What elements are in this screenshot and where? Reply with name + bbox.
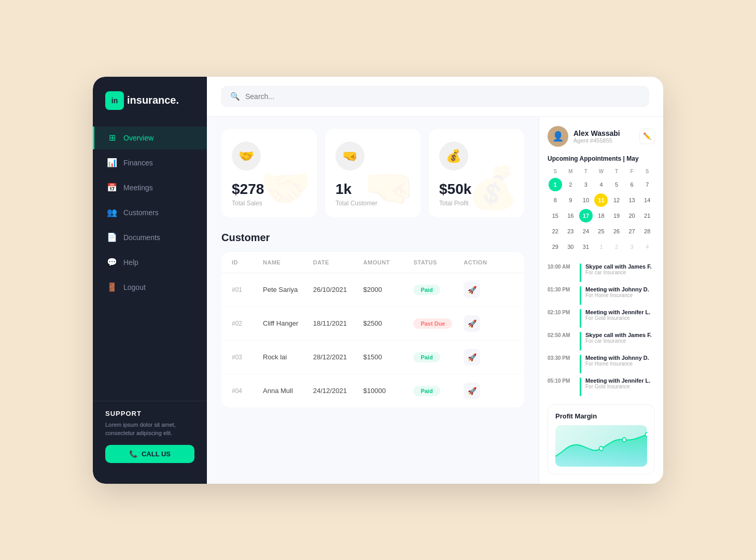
sidebar-item-help[interactable]: 💬 Help <box>93 251 207 274</box>
calendar-day[interactable]: 1 <box>594 240 608 254</box>
appt-title: Meeting with Jennifer L. <box>585 377 650 384</box>
customers-bg-icon: 🤜 <box>363 163 415 212</box>
calendar-day[interactable]: 31 <box>579 240 593 254</box>
finances-icon: 📊 <box>107 158 117 168</box>
sidebar-item-finances[interactable]: 📊 Finances <box>93 151 207 174</box>
calendar-day[interactable]: 6 <box>625 178 639 191</box>
search-box[interactable]: 🔍 <box>221 86 649 107</box>
calendar-day[interactable]: 15 <box>549 209 562 222</box>
calendar-day[interactable]: 9 <box>564 193 577 207</box>
row-id: #02 <box>232 320 263 327</box>
appointment-item: 05:10 PM Meeting with Jennifer L. For Go… <box>548 377 655 396</box>
sidebar-item-label: Finances <box>123 159 153 167</box>
sidebar-item-label: Customers <box>123 208 159 217</box>
profit-chart <box>555 425 647 467</box>
sidebar-item-overview[interactable]: ⊞ Overview <box>93 127 207 149</box>
calendar-day[interactable]: 16 <box>564 209 577 222</box>
day-m: M <box>563 167 579 175</box>
calendar-day[interactable]: 24 <box>579 225 593 238</box>
status-badge: Paid <box>413 285 440 295</box>
calendar-day[interactable]: 11 <box>594 193 608 207</box>
appointment-item: 10:00 AM Skype call with James F. For ca… <box>548 263 655 282</box>
action-button[interactable]: 🚀 <box>464 315 480 332</box>
table-row: #01 Pete Sariya 26/10/2021 $2000 Paid 🚀 <box>221 273 524 307</box>
calendar-day[interactable]: 5 <box>610 178 623 191</box>
calendar-day[interactable]: 25 <box>594 225 608 238</box>
row-name: Pete Sariya <box>263 286 313 293</box>
header-id: ID <box>232 259 263 265</box>
svg-point-2 <box>645 432 647 437</box>
calendar-day[interactable]: 14 <box>640 193 654 207</box>
calendar-day[interactable]: 12 <box>610 193 623 207</box>
header-date: DATE <box>313 259 363 265</box>
calendar-day[interactable]: 19 <box>610 209 623 222</box>
calendar-day[interactable]: 4 <box>594 178 608 191</box>
stat-card-customers: 🤜 1k Total Customer 🤜 <box>325 129 421 217</box>
row-date: 24/12/2021 <box>313 387 363 395</box>
calendar-day[interactable]: 27 <box>625 225 639 238</box>
row-status: Paid <box>413 352 464 362</box>
call-us-button[interactable]: 📞 CALL US <box>105 445 194 463</box>
appt-subtitle: For Gold Insurance <box>585 315 650 321</box>
appt-time: 01:30 PM <box>548 286 576 292</box>
calendar-day[interactable]: 29 <box>549 240 562 254</box>
top-bar: 🔍 <box>207 77 663 117</box>
profit-margin-card: Profit Margin <box>548 404 655 474</box>
calendar-day[interactable]: 1 <box>549 178 562 191</box>
support-title: SUPPORT <box>105 410 194 417</box>
appt-details: Skype call with James F. For car Insuran… <box>585 263 652 275</box>
calendar-day[interactable]: 3 <box>579 178 593 191</box>
stat-card-sales: 🤝 $278 Total Sales 🤝 <box>221 129 317 217</box>
appt-subtitle: For Gold Insurance <box>585 384 650 389</box>
calendar-section: Upcoming Appointments | May S M T W T F … <box>548 155 655 255</box>
calendar-day[interactable]: 23 <box>564 225 577 238</box>
sidebar-item-label: Help <box>123 258 138 267</box>
row-status: Paid <box>413 386 464 396</box>
sidebar-item-logout[interactable]: 🚪 Logout <box>93 276 207 299</box>
logo-text: insurance. <box>127 94 179 106</box>
edit-profile-button[interactable]: ✏️ <box>639 129 655 144</box>
row-status: Paid <box>413 285 464 295</box>
sidebar-item-meetings[interactable]: 📅 Meetings <box>93 176 207 199</box>
calendar-day[interactable]: 4 <box>640 240 654 254</box>
logo-area: in insurance. <box>93 91 207 127</box>
calendar-day[interactable]: 2 <box>564 178 577 191</box>
calendar-day[interactable]: 28 <box>640 225 654 238</box>
calendar-day[interactable]: 22 <box>549 225 562 238</box>
search-input[interactable] <box>245 92 640 101</box>
right-sidebar: 👤 Alex Wassabi Agent #455855 ✏️ Upcoming… <box>539 117 663 484</box>
appt-time: 05:10 PM <box>548 377 576 384</box>
appt-title: Meeting with Johnny D. <box>585 286 649 292</box>
action-button[interactable]: 🚀 <box>464 349 480 366</box>
row-id: #01 <box>232 286 263 293</box>
profit-bg-icon: 💰 <box>467 163 519 212</box>
appt-title: Skype call with James F. <box>585 263 652 270</box>
calendar-day[interactable]: 13 <box>625 193 639 207</box>
support-text: Lorem ipsum dolor sit amet, consectetur … <box>105 421 194 438</box>
calendar-day[interactable]: 21 <box>640 209 654 222</box>
calendar-day[interactable]: 8 <box>549 193 562 207</box>
sidebar-item-customers[interactable]: 👥 Customers <box>93 201 207 224</box>
table-row: #02 Cliff Hanger 18/11/2021 $2500 Past D… <box>221 307 524 341</box>
appt-details: Meeting with Johnny D. For Home Insuranc… <box>585 286 649 298</box>
content-area: 🤝 $278 Total Sales 🤝 🤜 1k Total Customer… <box>207 117 663 484</box>
calendar-day[interactable]: 10 <box>579 193 593 207</box>
row-amount: $2500 <box>363 319 414 327</box>
appointment-item: 02:10 PM Meeting with Jennifer L. For Go… <box>548 309 655 328</box>
customers-icon: 👥 <box>107 207 117 218</box>
calendar-day[interactable]: 26 <box>610 225 623 238</box>
appt-details: Meeting with Jennifer L. For Gold Insura… <box>585 377 650 389</box>
calendar-day[interactable]: 3 <box>625 240 639 254</box>
calendar-day[interactable]: 7 <box>640 178 654 191</box>
calendar-day[interactable]: 20 <box>625 209 639 222</box>
action-button[interactable]: 🚀 <box>464 383 480 399</box>
calendar-day[interactable]: 17 <box>579 209 593 222</box>
calendar-day[interactable]: 18 <box>594 209 608 222</box>
sidebar-item-label: Overview <box>123 134 153 142</box>
row-action: 🚀 <box>464 282 514 298</box>
calendar-day[interactable]: 30 <box>564 240 577 254</box>
sidebar-item-documents[interactable]: 📄 Documents <box>93 226 207 249</box>
action-button[interactable]: 🚀 <box>464 282 480 298</box>
day-t1: T <box>578 167 594 175</box>
calendar-day[interactable]: 2 <box>610 240 623 254</box>
